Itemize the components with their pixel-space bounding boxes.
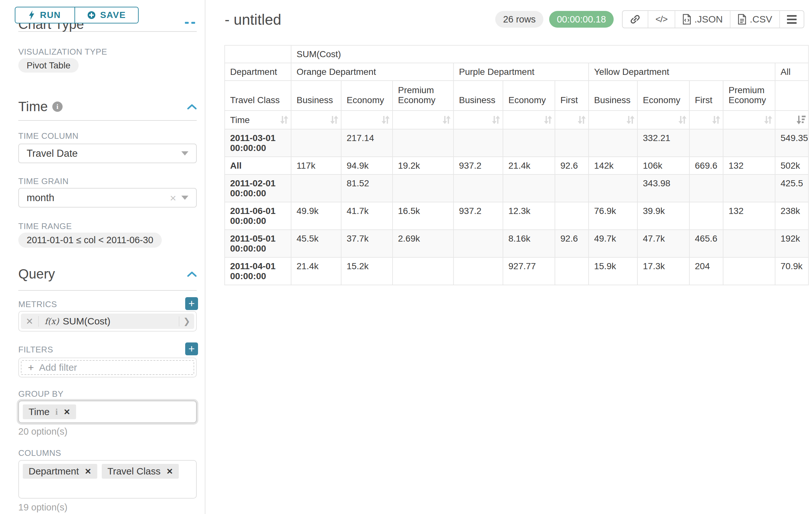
- sort-column-cell[interactable]: [503, 110, 555, 129]
- group-by-label: GROUP BY: [18, 389, 63, 399]
- remove-pill-icon[interactable]: ✕: [85, 467, 91, 476]
- save-button[interactable]: SAVE: [75, 7, 138, 23]
- value-cell: 927.77: [503, 257, 555, 285]
- row-header-cell: 2011-03-01 00:00:00: [225, 129, 291, 157]
- value-cell: 49.9k: [291, 202, 341, 230]
- sort-column-cell[interactable]: [454, 110, 503, 129]
- add-filter-button[interactable]: + Add filter: [21, 360, 194, 375]
- metric-pill[interactable]: ✕ f(x) SUM(Cost) ❯: [21, 314, 194, 329]
- sort-icon: [330, 115, 338, 125]
- collapse-chevron-up-icon[interactable]: [187, 104, 197, 110]
- value-cell: [555, 129, 589, 157]
- columns-label: COLUMNS: [18, 448, 61, 458]
- export-csv-button[interactable]: .CSV: [730, 11, 779, 28]
- sort-column-cell[interactable]: [589, 110, 637, 129]
- clear-icon[interactable]: ×: [170, 192, 176, 204]
- code-icon: </>: [656, 14, 667, 24]
- more-options-button[interactable]: [779, 11, 804, 28]
- collapse-chevron-up-icon[interactable]: [187, 271, 197, 277]
- caret-down-icon: [181, 196, 188, 200]
- time-column-select[interactable]: Travel Date ×: [18, 143, 197, 163]
- visualization-type-pill[interactable]: Pivot Table: [18, 58, 79, 73]
- value-cell: 16.5k: [393, 202, 454, 230]
- sort-column-cell[interactable]: [555, 110, 589, 129]
- row-header-cell: 2011-04-01 00:00:00: [225, 257, 291, 285]
- table-row: 2011-02-01 00:00:0081.52343.98425.5: [225, 174, 809, 202]
- time-grain-value: month: [27, 192, 54, 204]
- value-cell: 92.6: [555, 157, 589, 174]
- group-by-options-hint: 20 option(s): [18, 426, 67, 437]
- divider: [18, 120, 197, 121]
- travel-class-header: Premium Economy: [723, 81, 775, 110]
- remove-pill-icon[interactable]: ✕: [63, 407, 70, 417]
- pill-label: Travel Class: [108, 466, 161, 477]
- add-filter-plus-button[interactable]: +: [185, 343, 198, 355]
- value-cell: [589, 174, 637, 202]
- value-cell: 49.7k: [589, 230, 637, 257]
- function-icon: f(x): [45, 317, 59, 326]
- run-label: RUN: [40, 10, 61, 20]
- time-grain-label: TIME GRAIN: [18, 177, 69, 186]
- sort-column-cell[interactable]: [393, 110, 454, 129]
- value-cell: [723, 174, 775, 202]
- value-cell: [454, 174, 503, 202]
- value-cell: 12.3k: [503, 202, 555, 230]
- sort-desc-icon: [796, 115, 806, 125]
- remove-metric-icon[interactable]: ✕: [21, 316, 39, 327]
- sort-icon: [544, 115, 552, 125]
- export-toolbar: </> .JSON .CSV: [622, 10, 804, 28]
- travel-class-header: First: [689, 81, 723, 110]
- visualization-type-label: VISUALIZATION TYPE: [18, 47, 107, 57]
- link-icon: [630, 14, 641, 25]
- time-grain-select[interactable]: month ×: [18, 188, 197, 208]
- run-button[interactable]: RUN: [16, 7, 75, 23]
- expand-metric-icon[interactable]: ❯: [179, 317, 194, 326]
- time-dim-sort-cell[interactable]: Time: [225, 110, 291, 129]
- sort-column-cell[interactable]: [723, 110, 775, 129]
- embed-code-button[interactable]: </>: [648, 11, 674, 28]
- query-timer-badge: 00:00:00.18: [549, 11, 614, 28]
- sort-column-cell[interactable]: [637, 110, 689, 129]
- table-row: 2011-03-01 00:00:00217.14332.21549.35: [225, 129, 809, 157]
- row-header-cell: 2011-06-01 00:00:00: [225, 202, 291, 230]
- value-cell: 15.2k: [341, 257, 393, 285]
- value-cell: 21.4k: [291, 257, 341, 285]
- export-json-button[interactable]: .JSON: [675, 11, 730, 28]
- copy-link-button[interactable]: [622, 11, 648, 28]
- sort-column-cell[interactable]: [291, 110, 341, 129]
- chart-title[interactable]: - untitled: [225, 11, 281, 28]
- value-cell: 217.14: [341, 129, 393, 157]
- sort-column-cell[interactable]: [341, 110, 393, 129]
- value-cell: 17.3k: [637, 257, 689, 285]
- selected-value-pill[interactable]: Department✕: [23, 464, 97, 479]
- divider: [18, 290, 197, 291]
- travel-class-header: Economy: [341, 81, 393, 110]
- sort-icon: [678, 115, 687, 125]
- value-cell: [723, 129, 775, 157]
- value-cell: 238k: [775, 202, 809, 230]
- value-cell: [689, 202, 723, 230]
- value-cell: [291, 129, 341, 157]
- sort-column-cell[interactable]: [689, 110, 723, 129]
- time-column-label: TIME COLUMN: [18, 131, 79, 141]
- remove-pill-icon[interactable]: ✕: [166, 467, 173, 476]
- group-by-select[interactable]: Timei✕ ×: [18, 401, 197, 423]
- travel-class-header: Business: [589, 81, 637, 110]
- selected-value-pill[interactable]: Timei✕: [23, 404, 76, 419]
- value-cell: [393, 174, 454, 202]
- value-cell: 19.2k: [393, 157, 454, 174]
- add-metric-button[interactable]: +: [185, 297, 198, 310]
- time-range-pill[interactable]: 2011-01-01 ≤ col < 2011-06-30: [18, 233, 162, 248]
- selected-value-pill[interactable]: Travel Class✕: [102, 464, 179, 479]
- value-cell: [723, 257, 775, 285]
- travel-class-header: Economy: [503, 81, 555, 110]
- columns-select[interactable]: Department✕Travel Class✕ ×: [18, 460, 197, 498]
- value-cell: [454, 257, 503, 285]
- menu-icon: [787, 15, 796, 24]
- row-header-cell: All: [225, 157, 291, 174]
- sort-column-active-cell[interactable]: [775, 110, 809, 129]
- value-cell: [555, 257, 589, 285]
- column-group-header: Purple Department: [454, 63, 589, 81]
- value-cell: [723, 230, 775, 257]
- csv-label: .CSV: [750, 14, 772, 25]
